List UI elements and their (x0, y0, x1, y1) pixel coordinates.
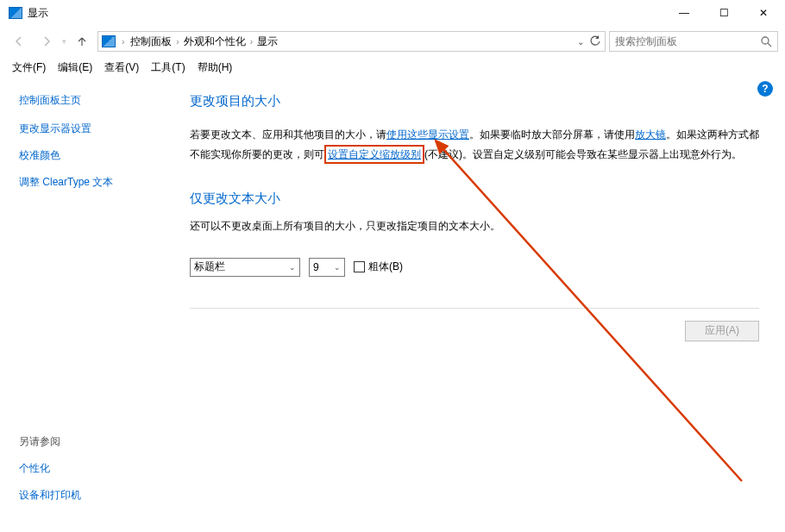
sidebar-link-personalization[interactable]: 个性化 (19, 461, 81, 476)
apply-button[interactable]: 应用(A) (685, 321, 759, 341)
controls-row: 标题栏 ⌄ 9 ⌄ 粗体(B) (190, 258, 764, 277)
menu-tools[interactable]: 工具(T) (146, 59, 190, 77)
chevron-down-icon: ⌄ (334, 263, 341, 272)
address-controls: ⌄ (577, 35, 601, 47)
sidebar-see-also: 另请参阅 个性化 设备和打印机 (19, 435, 81, 515)
divider (190, 308, 759, 309)
help-icon[interactable]: ? (757, 81, 773, 97)
title-bar: 显示 — ☐ ✕ (0, 0, 785, 26)
minimize-button[interactable]: — (664, 0, 704, 26)
bold-checkbox[interactable] (354, 261, 365, 272)
window-title: 显示 (28, 6, 48, 21)
breadcrumb-separator: › (122, 37, 124, 47)
search-input[interactable] (615, 35, 760, 47)
address-icon (102, 35, 116, 47)
svg-point-0 (762, 37, 769, 44)
sidebar: 控制面板主页 更改显示器设置 校准颜色 调整 ClearType 文本 另请参阅… (0, 78, 164, 532)
see-also-label: 另请参阅 (19, 435, 81, 449)
item-dropdown-value: 标题栏 (194, 260, 225, 274)
paragraph-text-only: 还可以不更改桌面上所有项目的大小，只更改指定项目的文本大小。 (190, 219, 764, 234)
breadcrumb: 控制面板 › 外观和个性化 › 显示 (130, 34, 278, 49)
size-dropdown-value: 9 (313, 261, 319, 273)
back-button[interactable] (7, 29, 31, 53)
up-button[interactable] (70, 29, 94, 53)
item-dropdown[interactable]: 标题栏 ⌄ (190, 258, 300, 277)
sidebar-link-cleartype[interactable]: 调整 ClearType 文本 (19, 175, 155, 190)
menu-view[interactable]: 查看(V) (99, 59, 144, 77)
search-box[interactable] (609, 31, 778, 52)
window-controls: — ☐ ✕ (664, 0, 783, 26)
breadcrumb-item[interactable]: 外观和个性化 (184, 34, 246, 49)
address-dropdown-icon[interactable]: ⌄ (577, 37, 584, 47)
sidebar-link-devices-printers[interactable]: 设备和打印机 (19, 488, 81, 503)
menu-bar: 文件(F) 编辑(E) 查看(V) 工具(T) 帮助(H) (0, 57, 785, 78)
recent-dropdown-icon[interactable]: ▾ (62, 37, 66, 46)
annotation-arrow (423, 128, 750, 490)
bold-checkbox-wrap[interactable]: 粗体(B) (354, 260, 403, 274)
breadcrumb-item[interactable]: 显示 (257, 34, 278, 49)
link-custom-scaling[interactable]: 设置自定义缩放级别 (328, 148, 421, 160)
content-wrap: 控制面板主页 更改显示器设置 校准颜色 调整 ClearType 文本 另请参阅… (0, 78, 785, 532)
forward-button[interactable] (35, 29, 59, 53)
link-magnifier[interactable]: 放大镜 (635, 128, 666, 141)
menu-file[interactable]: 文件(F) (7, 59, 51, 77)
heading-text-only: 仅更改文本大小 (190, 191, 764, 207)
link-display-settings[interactable]: 使用这些显示设置 (386, 128, 469, 141)
breadcrumb-item[interactable]: 控制面板 (130, 34, 172, 49)
main-content: ? 更改项目的大小 若要更改文本、应用和其他项目的大小，请使用这些显示设置。如果… (164, 78, 785, 532)
chevron-down-icon: ⌄ (289, 263, 296, 272)
title-left: 显示 (2, 6, 48, 21)
highlighted-box: 设置自定义缩放级别 (324, 145, 424, 164)
refresh-icon[interactable] (589, 35, 601, 47)
menu-edit[interactable]: 编辑(E) (53, 59, 97, 77)
sidebar-link-calibrate-color[interactable]: 校准颜色 (19, 148, 155, 163)
maximize-button[interactable]: ☐ (704, 0, 744, 26)
bold-label: 粗体(B) (368, 260, 403, 274)
apply-row: 应用(A) (190, 321, 759, 341)
navigation-bar: ▾ › 控制面板 › 外观和个性化 › 显示 ⌄ (0, 26, 785, 57)
address-bar[interactable]: › 控制面板 › 外观和个性化 › 显示 ⌄ (97, 31, 606, 52)
heading-change-size: 更改项目的大小 (190, 93, 764, 110)
sidebar-home-link[interactable]: 控制面板主页 (19, 93, 155, 108)
close-button[interactable]: ✕ (744, 0, 783, 26)
window-icon (9, 7, 22, 19)
search-icon[interactable] (760, 35, 772, 47)
size-dropdown[interactable]: 9 ⌄ (309, 258, 345, 277)
sidebar-link-display-settings[interactable]: 更改显示器设置 (19, 122, 155, 136)
menu-help[interactable]: 帮助(H) (192, 59, 238, 77)
paragraph-description: 若要更改文本、应用和其他项目的大小，请使用这些显示设置。如果要临时放大部分屏幕，… (190, 125, 764, 165)
